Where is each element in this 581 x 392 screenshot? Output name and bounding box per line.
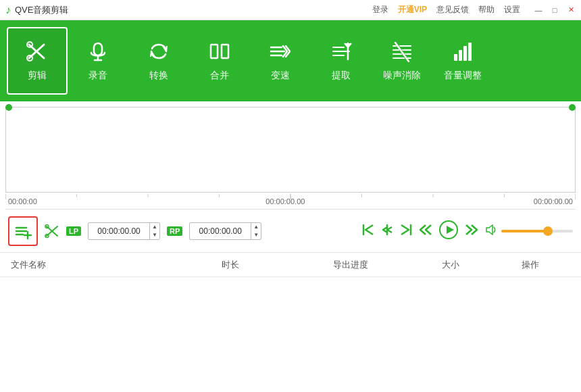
title-left: ♪ QVE音频剪辑 (5, 4, 68, 16)
volume-label: 音量调整 (444, 70, 482, 82)
volume-icon-ctrl[interactable] (485, 224, 497, 238)
time-label-start: 00:00:00 (8, 197, 37, 205)
svg-rect-7 (211, 45, 218, 58)
toolbar-merge-button[interactable]: 合并 (189, 27, 250, 95)
minimize-button[interactable]: — (534, 5, 543, 15)
scissors-button[interactable] (45, 224, 59, 239)
title-bar: ♪ QVE音频剪辑 登录 开通VIP 意见反馈 帮助 设置 — □ ✕ (0, 0, 581, 20)
col-duration-header: 时长 (171, 259, 290, 271)
rp-spinners[interactable]: ▲ ▼ (251, 223, 261, 239)
add-files-button[interactable] (8, 216, 38, 246)
record-icon (87, 41, 109, 66)
extract-icon (330, 41, 352, 66)
rp-time-input-group[interactable]: ▲ ▼ (189, 222, 261, 240)
jump-to-lp-button[interactable] (381, 224, 393, 239)
denoise-icon (391, 41, 413, 66)
waveform-area: 00:00:00 00:00:00.00 00:00:00.00 (5, 101, 576, 210)
control-bar: LP ▲ ▼ RP ▲ ▼ (0, 210, 581, 253)
vip-link[interactable]: 开通VIP (398, 4, 427, 16)
col-action-header: 操作 (490, 259, 570, 271)
lp-time-input-group[interactable]: ▲ ▼ (88, 222, 160, 240)
login-link[interactable]: 登录 (372, 4, 388, 16)
merge-icon (209, 41, 230, 66)
speed-icon (270, 41, 291, 66)
time-label-middle: 00:00:00.00 (266, 197, 305, 205)
settings-link[interactable]: 设置 (504, 4, 520, 16)
toolbar-speed-button[interactable]: 变速 (250, 27, 311, 95)
lp-time-input[interactable] (89, 224, 149, 238)
lp-spin-down[interactable]: ▼ (150, 231, 159, 239)
rewind-button[interactable] (419, 224, 432, 239)
merge-label: 合并 (210, 70, 229, 82)
svg-rect-22 (454, 54, 457, 61)
lp-badge: LP (66, 226, 81, 236)
rp-badge: RP (167, 226, 182, 236)
cut-label: 剪辑 (28, 70, 47, 82)
feedback-link[interactable]: 意见反馈 (436, 4, 469, 16)
toolbar-denoise-button[interactable]: 噪声消除 (372, 27, 432, 95)
svg-marker-49 (486, 225, 492, 235)
main-area: 00:00:00 00:00:00.00 00:00:00.00 (0, 101, 581, 392)
col-progress-header: 导出进度 (290, 259, 410, 271)
rp-spin-up[interactable]: ▲ (251, 223, 261, 231)
convert-label: 转换 (149, 70, 168, 82)
extract-label: 提取 (332, 70, 351, 82)
lp-spinners[interactable]: ▲ ▼ (149, 223, 159, 239)
app-icon: ♪ (5, 4, 11, 16)
help-link[interactable]: 帮助 (478, 4, 495, 16)
toolbar-convert-button[interactable]: 转换 (128, 27, 189, 95)
volume-slider-fill (501, 230, 548, 232)
toolbar-volume-button[interactable]: 音量调整 (432, 27, 493, 95)
title-controls: 登录 开通VIP 意见反馈 帮助 设置 — □ ✕ (372, 4, 576, 16)
record-label: 录音 (89, 70, 107, 82)
toolbar-cut-button[interactable]: 剪辑 (7, 27, 68, 95)
volume-icon (452, 41, 474, 66)
svg-rect-24 (463, 46, 467, 61)
window-controls: — □ ✕ (534, 5, 576, 15)
toolbar: 剪辑 录音 转换 (0, 20, 581, 101)
rp-spin-down[interactable]: ▼ (251, 231, 261, 239)
lp-spin-up[interactable]: ▲ (150, 223, 159, 231)
app-title: QVE音频剪辑 (15, 4, 68, 16)
toolbar-record-button[interactable]: 录音 (68, 27, 128, 95)
close-button[interactable]: ✕ (566, 5, 576, 15)
col-size-header: 大小 (410, 259, 490, 271)
svg-rect-4 (94, 43, 102, 55)
waveform-left-handle[interactable] (5, 104, 12, 111)
svg-rect-23 (459, 50, 462, 61)
waveform-canvas[interactable] (5, 107, 576, 193)
file-list-area: 文件名称 时长 导出进度 大小 操作 (0, 253, 581, 392)
volume-slider-track[interactable] (501, 230, 573, 232)
file-list-header: 文件名称 时长 导出进度 大小 操作 (0, 253, 581, 277)
rp-time-input[interactable] (190, 224, 251, 238)
time-label-end: 00:00:00.00 (534, 197, 573, 205)
restore-button[interactable]: □ (550, 5, 559, 15)
toolbar-extract-button[interactable]: 提取 (311, 27, 372, 95)
volume-area (485, 224, 573, 238)
jump-to-end-button[interactable] (400, 224, 412, 239)
svg-rect-8 (222, 45, 228, 58)
convert-icon (148, 41, 170, 66)
waveform-right-handle[interactable] (569, 104, 576, 111)
cut-icon (26, 41, 48, 66)
denoise-label: 噪声消除 (383, 70, 421, 82)
volume-slider-thumb[interactable] (543, 226, 553, 236)
svg-rect-25 (468, 43, 472, 61)
col-filename-header: 文件名称 (11, 259, 171, 271)
jump-to-start-button[interactable] (362, 224, 374, 239)
fast-forward-button[interactable] (465, 224, 478, 239)
play-button[interactable] (439, 220, 458, 241)
speed-label: 变速 (271, 70, 290, 82)
svg-marker-48 (447, 226, 454, 234)
